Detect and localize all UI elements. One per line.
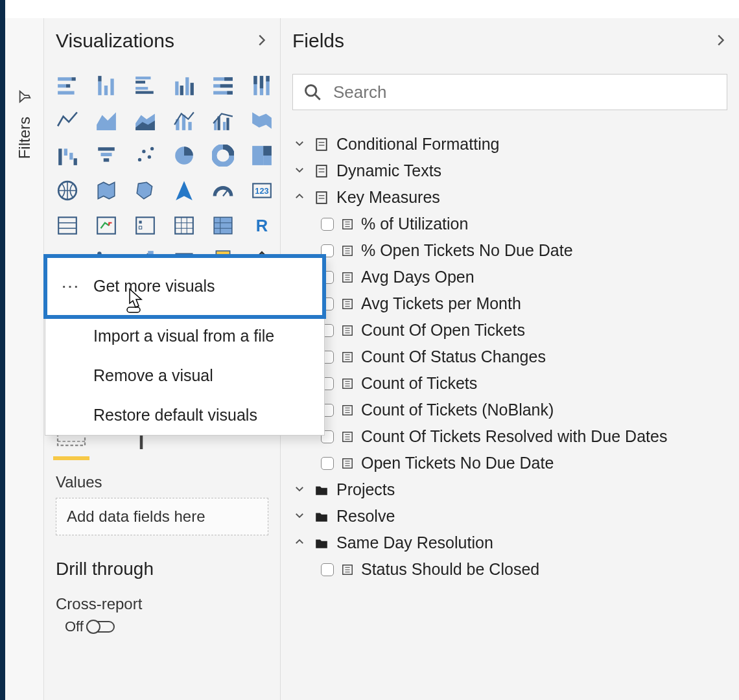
field-checkbox[interactable] [321, 457, 334, 470]
cross-report-toggle[interactable] [86, 621, 115, 633]
viz-azure-map-icon[interactable] [172, 179, 196, 202]
fields-measure-row[interactable]: Avg Tickets per Month [292, 290, 727, 317]
viz-treemap-icon[interactable] [250, 144, 274, 167]
values-dropzone[interactable]: Add data fields here [56, 498, 268, 535]
ctx-restore-visuals[interactable]: Restore default visuals [45, 395, 324, 435]
fields-search-box[interactable] [292, 74, 727, 110]
svg-rect-41 [69, 153, 73, 160]
fields-table-row[interactable]: Resolve [292, 503, 727, 530]
viz-filled-map-icon[interactable] [95, 179, 118, 202]
viz-r-script-icon[interactable]: R [250, 214, 274, 237]
viz-pie-icon[interactable] [172, 144, 196, 167]
viz-multirow-card-icon[interactable] [56, 214, 79, 237]
fields-measure-row[interactable]: Count of Tickets (NoBlank) [292, 397, 727, 423]
drill-through-header: Drill through [56, 559, 268, 579]
viz-slicer-icon[interactable] [134, 214, 157, 237]
table-name: Same Day Resolution [336, 533, 493, 552]
expand-caret-icon[interactable] [292, 508, 307, 525]
fields-measure-row[interactable]: Avg Days Open [292, 264, 727, 290]
viz-clustered-column-icon[interactable] [172, 74, 196, 97]
table-icon [314, 137, 329, 152]
svg-rect-42 [74, 158, 77, 165]
svg-rect-22 [227, 91, 233, 95]
measure-name: % Open Tickets No Due Date [361, 241, 573, 260]
viz-stacked-area-icon[interactable] [134, 109, 157, 132]
measure-name: Count Of Open Tickets [361, 321, 525, 340]
fields-table-row[interactable]: Dynamic Texts [292, 158, 727, 184]
fields-table-row[interactable]: Key Measures [292, 184, 727, 211]
fields-measure-row[interactable]: % Open Tickets No Due Date [292, 237, 727, 264]
fields-search-input[interactable] [332, 82, 716, 103]
field-checkbox[interactable] [321, 563, 334, 576]
viz-stacked-bar-icon[interactable] [56, 74, 79, 97]
svg-rect-3 [66, 84, 70, 88]
visuals-context-menu: ⋯ Get more visuals Import a visual from … [45, 255, 325, 436]
ctx-remove-visual[interactable]: Remove a visual [45, 356, 324, 395]
viz-100pct-column-icon[interactable] [250, 74, 274, 97]
field-checkbox[interactable] [321, 218, 334, 231]
expand-caret-icon[interactable] [292, 136, 307, 153]
ctx-remove-label: Remove a visual [93, 366, 213, 385]
viz-card-icon[interactable]: 123 [250, 179, 274, 202]
measure-icon [342, 298, 353, 310]
measure-icon [342, 431, 353, 443]
svg-rect-16 [191, 83, 194, 95]
fields-table-row[interactable]: Conditional Formatting [292, 131, 727, 158]
measure-name: % of Utilization [361, 215, 468, 233]
table-name: Key Measures [336, 188, 440, 207]
viz-funnel-icon[interactable] [95, 144, 118, 167]
viz-matrix-icon[interactable] [211, 214, 235, 237]
expand-caret-icon[interactable] [292, 535, 307, 552]
viz-table-icon[interactable] [172, 214, 196, 237]
svg-rect-13 [175, 82, 178, 95]
expand-caret-icon[interactable] [292, 163, 307, 180]
viz-clustered-bar-icon[interactable] [134, 74, 157, 97]
viz-line-icon[interactable] [56, 109, 79, 132]
ctx-get-more-visuals[interactable]: ⋯ Get more visuals [45, 256, 324, 316]
viz-100pct-bar-icon[interactable] [211, 74, 235, 97]
fields-measure-row[interactable]: % of Utilization [292, 211, 727, 237]
fields-table-row[interactable]: Projects [292, 476, 727, 503]
viz-ribbon-icon[interactable] [250, 109, 274, 132]
fields-measure-row[interactable]: Open Tickets No Due Date [292, 450, 727, 476]
viz-line-clustered-column-icon[interactable] [211, 109, 235, 132]
svg-rect-5 [98, 82, 101, 95]
svg-text:123: 123 [255, 186, 268, 196]
viz-scatter-icon[interactable] [134, 144, 157, 167]
collapse-visualizations-chevron[interactable] [254, 30, 268, 52]
fields-measure-row[interactable]: Status Should be Closed [292, 556, 727, 583]
viz-line-stacked-column-icon[interactable] [172, 109, 196, 132]
viz-waterfall-icon[interactable] [56, 144, 79, 167]
viz-gauge-icon[interactable] [211, 179, 235, 202]
fields-measure-row[interactable]: Count Of Status Changes [292, 344, 727, 370]
table-name: Dynamic Texts [336, 161, 441, 180]
viz-map-icon[interactable] [56, 179, 79, 202]
viz-stacked-column-icon[interactable] [95, 74, 118, 97]
svg-rect-45 [104, 158, 110, 161]
viz-shape-map-icon[interactable] [134, 179, 157, 202]
ctx-import-visual[interactable]: Import a visual from a file [45, 316, 324, 356]
measure-name: Avg Days Open [361, 268, 475, 286]
expand-caret-icon[interactable] [292, 189, 307, 206]
table-icon [314, 509, 329, 524]
viz-kpi-icon[interactable] [95, 214, 118, 237]
measure-icon [342, 218, 353, 230]
fields-measure-row[interactable]: Count Of Tickets Resolved with Due Dates [292, 423, 727, 450]
viz-donut-icon[interactable] [211, 144, 235, 167]
svg-rect-40 [64, 148, 67, 156]
svg-rect-18 [224, 77, 233, 80]
fields-measure-row[interactable]: Count of Tickets [292, 370, 727, 397]
expand-caret-icon[interactable] [292, 482, 307, 498]
svg-rect-12 [135, 91, 154, 94]
values-section: Values Add data fields here [56, 473, 268, 535]
viz-area-icon[interactable] [95, 109, 118, 132]
fields-measure-row[interactable]: Count Of Open Tickets [292, 317, 727, 344]
measure-icon [342, 351, 353, 363]
svg-rect-6 [98, 76, 101, 82]
filters-label: Filters [16, 117, 34, 159]
fields-pane: Fields Conditional FormattingDynamic Tex… [281, 18, 739, 700]
collapse-fields-chevron[interactable] [713, 30, 727, 52]
measure-name: Count of Tickets [361, 374, 477, 393]
fields-table-row[interactable]: Same Day Resolution [292, 530, 727, 556]
filters-rail[interactable]: Filters [5, 18, 44, 700]
